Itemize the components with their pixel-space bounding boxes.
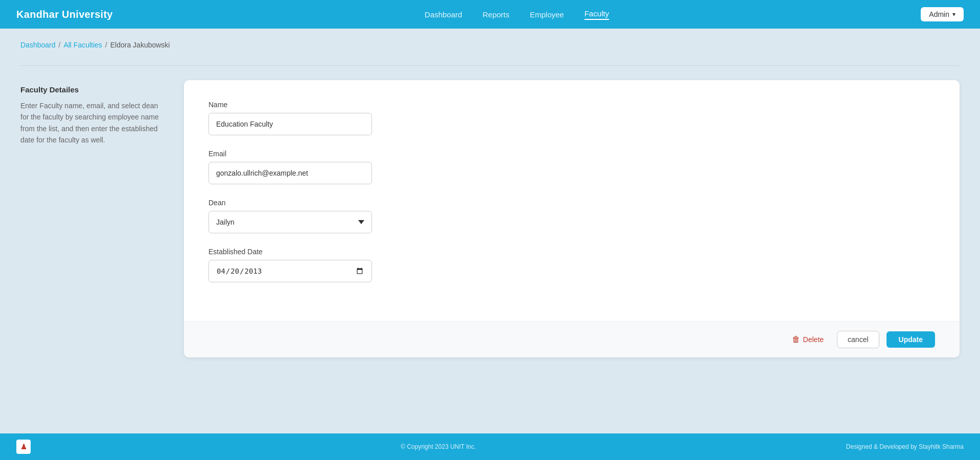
footer-logo: ♟	[16, 440, 31, 454]
dean-group: Dean Jailyn Other Dean 1 Other Dean 2	[208, 199, 935, 233]
header-divider	[20, 65, 960, 66]
header-right: Admin ▾	[921, 7, 964, 21]
cancel-button[interactable]: cancel	[837, 331, 879, 348]
sidebar-info: Faculty Detailes Enter Faculty name, ema…	[20, 80, 164, 146]
sidebar-title: Faculty Detailes	[20, 85, 164, 94]
brand-title: Kandhar University	[16, 9, 113, 20]
form-body: Name Email Dean Jailyn Other Dean 1 Othe…	[184, 80, 960, 321]
footer-logo-icon: ♟	[16, 440, 31, 454]
email-group: Email	[208, 150, 935, 184]
update-button[interactable]: Update	[886, 331, 935, 348]
admin-label: Admin	[929, 10, 949, 18]
breadcrumb-current: Eldora Jakubowski	[110, 41, 170, 49]
page-footer: ♟ © Copyright 2023 UNIT Inc. Designed & …	[0, 433, 980, 460]
breadcrumb-sep-1: /	[59, 41, 61, 49]
footer-credits: Designed & Developed by Stayhitk Sharma	[846, 443, 964, 450]
trash-icon: 🗑	[792, 335, 800, 344]
sidebar-description: Enter Faculty name, email, and select de…	[20, 100, 164, 146]
footer-copyright: © Copyright 2023 UNIT Inc.	[401, 443, 476, 450]
name-input[interactable]	[208, 113, 372, 135]
dean-label: Dean	[208, 199, 935, 207]
admin-button[interactable]: Admin ▾	[921, 7, 964, 21]
nav-employee[interactable]: Employee	[530, 10, 564, 19]
main-content: Dashboard / All Faculties / Eldora Jakub…	[0, 29, 980, 433]
established-date-input[interactable]	[208, 260, 372, 282]
name-label: Name	[208, 101, 935, 109]
form-card: Name Email Dean Jailyn Other Dean 1 Othe…	[184, 80, 960, 357]
delete-button[interactable]: 🗑 Delete	[786, 331, 830, 348]
main-nav: Dashboard Reports Employee Faculty	[425, 9, 609, 20]
breadcrumb: Dashboard / All Faculties / Eldora Jakub…	[20, 41, 960, 49]
breadcrumb-all-faculties[interactable]: All Faculties	[63, 41, 102, 49]
chevron-down-icon: ▾	[952, 11, 955, 18]
nav-faculty[interactable]: Faculty	[585, 9, 609, 20]
name-group: Name	[208, 101, 935, 135]
nav-reports[interactable]: Reports	[482, 10, 509, 19]
established-date-group: Established Date	[208, 248, 935, 282]
delete-label: Delete	[803, 335, 824, 344]
form-footer: 🗑 Delete cancel Update	[184, 321, 960, 357]
dean-select[interactable]: Jailyn Other Dean 1 Other Dean 2	[208, 211, 372, 233]
breadcrumb-sep-2: /	[105, 41, 107, 49]
email-label: Email	[208, 150, 935, 158]
page-layout: Faculty Detailes Enter Faculty name, ema…	[20, 80, 960, 357]
breadcrumb-dashboard[interactable]: Dashboard	[20, 41, 56, 49]
established-date-label: Established Date	[208, 248, 935, 256]
email-input[interactable]	[208, 162, 372, 184]
header: Kandhar University Dashboard Reports Emp…	[0, 0, 980, 29]
nav-dashboard[interactable]: Dashboard	[425, 10, 462, 19]
